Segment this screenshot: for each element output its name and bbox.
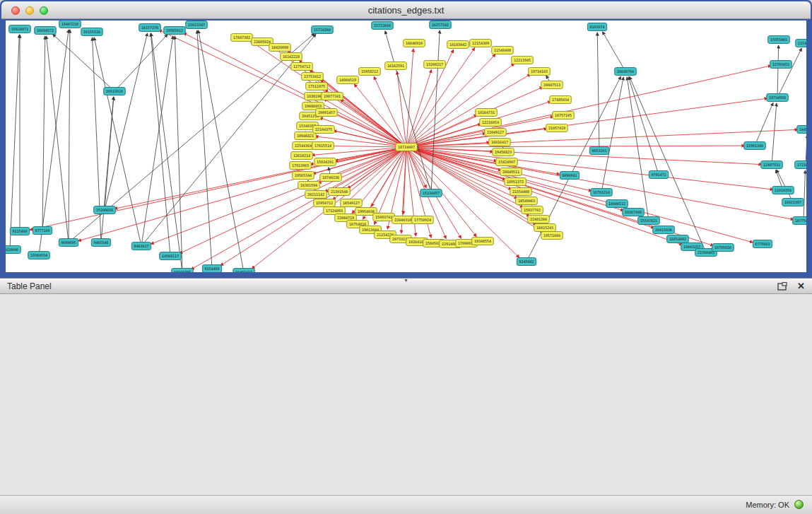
graph-node[interactable]: 25200650 — [94, 206, 116, 214]
graph-edge[interactable] — [601, 77, 623, 192]
graph-node[interactable]: 18164731 — [476, 109, 498, 117]
close-panel-icon[interactable]: ✕ — [797, 281, 805, 291]
graph-edge[interactable] — [324, 99, 406, 147]
graph-node[interactable]: 15824871 — [9, 25, 31, 33]
graph-node[interactable]: 18549063 — [516, 197, 538, 205]
graph-edge[interactable] — [526, 76, 621, 262]
graph-node[interactable]: 9245082 — [517, 258, 536, 266]
graph-node[interactable]: 20211142 — [305, 191, 327, 199]
graph-edge[interactable] — [804, 170, 805, 221]
graph-edge[interactable] — [69, 30, 70, 243]
graph-node[interactable]: 18951372 — [505, 178, 526, 186]
graph-node[interactable]: 9853201 — [589, 147, 608, 155]
graph-node[interactable]: 14453004 — [797, 126, 806, 134]
graph-edge[interactable] — [397, 71, 406, 147]
graph-edge[interactable] — [47, 36, 69, 243]
graph-node[interactable]: 15093741 — [373, 214, 395, 221]
graph-node[interactable]: 15937702 — [522, 206, 543, 214]
graph-edge[interactable] — [431, 30, 440, 193]
graph-node[interactable]: 8183074 — [587, 23, 606, 31]
graph-node[interactable]: 20091457 — [316, 109, 338, 117]
graph-node[interactable]: 16646910 — [404, 40, 425, 47]
graph-edge[interactable] — [406, 66, 771, 147]
graph-node[interactable]: 15955081 — [768, 36, 790, 44]
graph-node[interactable]: 15134457 — [420, 189, 442, 197]
graph-node[interactable]: 19348554 — [472, 238, 494, 245]
graph-node[interactable]: 18724007 — [396, 144, 418, 151]
graph-node[interactable]: 15723694 — [372, 22, 394, 30]
graph-node[interactable]: 17324093 — [324, 207, 346, 215]
graph-edge[interactable] — [777, 48, 801, 98]
graph-edge[interactable] — [406, 129, 798, 147]
graph-node[interactable]: 9465546 — [91, 239, 110, 247]
graph-node[interactable]: 14904519 — [337, 76, 359, 84]
graph-node[interactable]: 9699695 — [59, 239, 78, 247]
float-panel-icon[interactable] — [777, 282, 787, 291]
graph-edge[interactable] — [141, 36, 173, 246]
window-titlebar[interactable]: citations_edges.txt — [1, 1, 811, 19]
graph-edge[interactable] — [806, 135, 806, 165]
graph-node[interactable]: 20847513 — [541, 81, 563, 89]
graph-node[interactable]: 12754712 — [291, 63, 313, 71]
graph-node[interactable]: 21057419 — [546, 124, 568, 132]
graph-edge[interactable] — [199, 30, 244, 272]
graph-node[interactable]: 19267408 — [623, 209, 645, 216]
graph-node[interactable]: 16021387 — [782, 199, 804, 206]
graph-node[interactable]: 20155316 — [81, 28, 103, 36]
graph-node[interactable]: 16381594 — [298, 182, 320, 189]
graph-edge[interactable] — [406, 146, 745, 147]
graph-node[interactable]: 8096941 — [560, 172, 579, 180]
graph-edge[interactable] — [406, 49, 413, 147]
graph-node[interactable]: 12154309 — [470, 40, 492, 47]
graph-node[interactable]: 22420046 — [6, 246, 20, 254]
graph-node[interactable]: 11548408 — [492, 47, 514, 54]
graph-node[interactable]: 18740236 — [320, 174, 342, 182]
graph-node[interactable]: 6775603 — [753, 240, 772, 248]
graph-edge[interactable] — [597, 33, 599, 151]
graph-node[interactable]: 9463627 — [131, 243, 151, 250]
graph-node[interactable]: 16549127 — [341, 199, 363, 207]
graph-node[interactable]: 21301548 — [329, 188, 351, 196]
graph-edge[interactable] — [39, 30, 69, 255]
graph-node[interactable]: 14569117 — [160, 252, 182, 260]
graph-node[interactable]: 22753412 — [302, 73, 324, 81]
graph-edge[interactable] — [385, 31, 431, 193]
graph-node[interactable]: 15547821 — [638, 217, 660, 225]
graph-node[interactable]: 9777169 — [33, 227, 52, 235]
graph-node[interactable]: 19571084 — [541, 232, 563, 240]
graph-edge[interactable] — [755, 103, 773, 146]
graph-edge[interactable] — [220, 147, 406, 266]
graph-node[interactable]: 17847382 — [231, 34, 253, 42]
graph-node[interactable]: 9115460 — [10, 228, 29, 235]
graph-node[interactable]: 16648794 — [615, 68, 637, 76]
graph-node[interactable]: 12703451 — [770, 61, 792, 69]
graph-node[interactable]: 15991348 — [744, 142, 766, 150]
graph-node[interactable]: 11540733 — [796, 40, 806, 47]
graph-node[interactable]: 18046512 — [606, 200, 628, 208]
graph-node[interactable]: 12010354 — [772, 187, 794, 194]
graph-node[interactable]: 13200217 — [424, 61, 446, 69]
graph-node[interactable]: 18183042 — [447, 41, 469, 49]
graph-edge[interactable] — [175, 36, 182, 272]
graph-node[interactable]: 15013347 — [186, 21, 208, 29]
graph-node[interactable]: 15034291 — [314, 158, 336, 166]
graph-node[interactable]: 19734958 — [767, 94, 789, 102]
graph-node[interactable]: 16775024 — [793, 217, 806, 225]
graph-node[interactable]: 15724260 — [312, 26, 334, 34]
graph-node[interactable]: 19407218 — [59, 21, 81, 28]
graph-node[interactable]: 9154469 — [202, 265, 221, 273]
graph-node[interactable]: 17210459 — [795, 161, 806, 169]
graph-edge[interactable] — [53, 34, 114, 91]
graph-node[interactable]: 17511975 — [306, 83, 328, 90]
graph-node[interactable]: 16034572 — [35, 27, 57, 35]
graph-node[interactable]: 16015243 — [534, 224, 556, 232]
graph-node[interactable]: 16793214 — [591, 189, 613, 197]
graph-edge[interactable] — [603, 32, 625, 71]
table-panel-header[interactable]: ▾ Table Panel ✕ — [0, 278, 812, 294]
graph-edge[interactable] — [406, 98, 767, 147]
graph-node[interactable]: 22040318 — [392, 216, 414, 224]
graph-edge[interactable] — [151, 33, 182, 272]
graph-node[interactable]: 15958212 — [359, 68, 381, 76]
graph-edge[interactable] — [777, 170, 793, 202]
graph-edge[interactable] — [197, 30, 212, 269]
